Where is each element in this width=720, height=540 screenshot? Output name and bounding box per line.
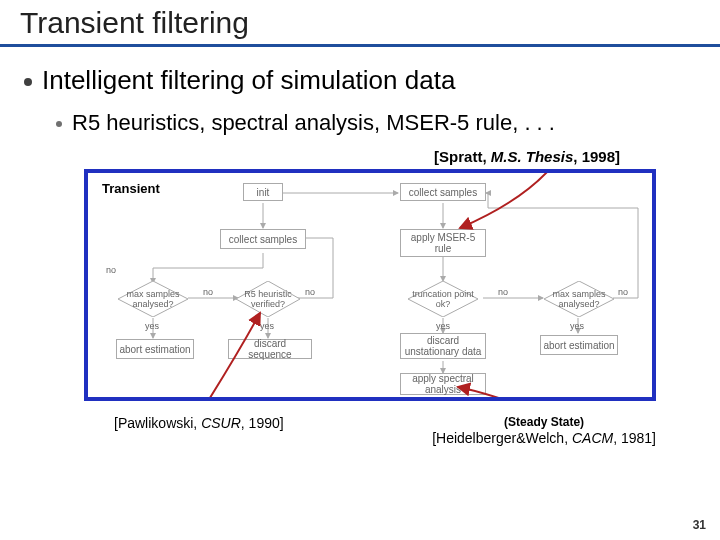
node-apply-mser5: apply MSER-5 rule xyxy=(400,229,486,257)
steady-state-label: (Steady State) xyxy=(432,415,656,429)
node-collect-samples-left: collect samples xyxy=(220,229,306,249)
cite-pre: [Heidelberger&Welch, xyxy=(432,430,572,446)
flowchart: init collect samples collect samples app… xyxy=(88,173,652,397)
edge-no: no xyxy=(305,287,315,297)
node-discard-unstationary: discard unstationary data xyxy=(400,333,486,359)
edge-no: no xyxy=(203,287,213,297)
node-max-samples-left: max samples analysed? xyxy=(118,289,188,309)
node-collect-samples-right: collect samples xyxy=(400,183,486,201)
cite-text: [Spratt, xyxy=(434,148,491,165)
cite-tail: , 1981] xyxy=(613,430,656,446)
cite-ital: CSUR xyxy=(201,415,241,431)
node-discard-sequence: discard sequence xyxy=(228,339,312,359)
edge-yes: yes xyxy=(436,321,450,331)
cite-pre: [Pawlikowski, xyxy=(114,415,201,431)
bullet-level1: Intelligent filtering of simulation data xyxy=(42,65,690,96)
citation-spratt: [Spratt, M.S. Thesis, 1998] xyxy=(42,148,690,165)
cite-ital: CACM xyxy=(572,430,613,446)
edge-no: no xyxy=(618,287,628,297)
bullet-level2: R5 heuristics, spectral analysis, MSER-5… xyxy=(72,110,690,136)
page-number: 31 xyxy=(693,518,706,532)
flowchart-frame: Transient xyxy=(84,169,656,401)
node-truncation-ok: truncation point ok? xyxy=(408,289,478,309)
edge-no: no xyxy=(106,265,116,275)
node-apply-spectral: apply spectral analysis xyxy=(400,373,486,395)
edge-yes: yes xyxy=(260,321,274,331)
edge-no: no xyxy=(498,287,508,297)
edge-yes: yes xyxy=(570,321,584,331)
node-max-samples-right: max samples analysed? xyxy=(544,289,614,309)
citation-pawlikowski: [Pawlikowski, CSUR, 1990] xyxy=(114,415,284,446)
node-r5-verified: R5 heuristic verified? xyxy=(236,289,300,309)
cite-tail: , 1990] xyxy=(241,415,284,431)
node-abort-left: abort estimation xyxy=(116,339,194,359)
cite-ital: M.S. Thesis xyxy=(491,148,574,165)
node-init: init xyxy=(243,183,283,201)
edge-yes: yes xyxy=(145,321,159,331)
slide-title: Transient filtering xyxy=(20,6,700,40)
cite-tail: , 1998] xyxy=(573,148,620,165)
node-abort-right: abort estimation xyxy=(540,335,618,355)
citation-heidelberger: (Steady State) [Heidelberger&Welch, CACM… xyxy=(432,415,656,446)
